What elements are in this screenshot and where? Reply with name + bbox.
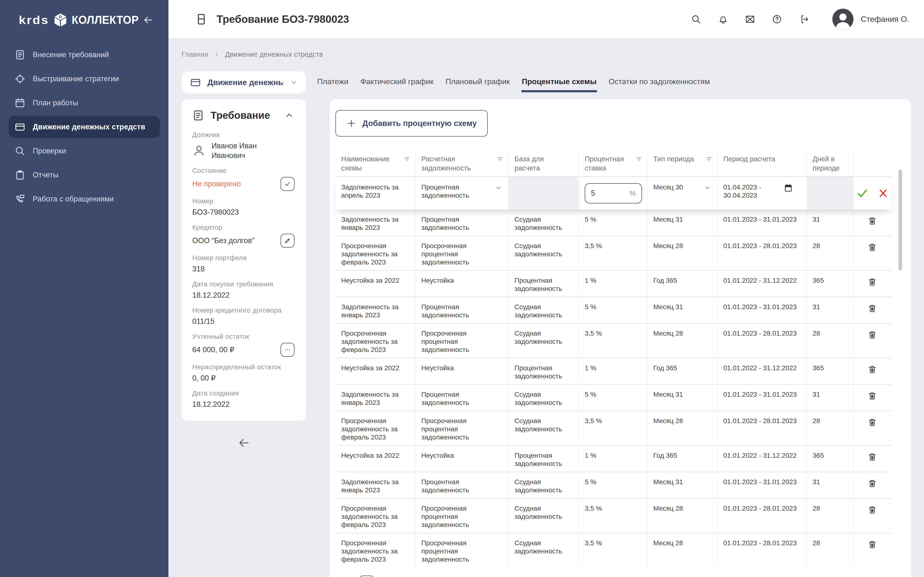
trash-icon [867,391,877,401]
notifications-button[interactable] [717,13,729,25]
field-value: 18.12.2022 [192,290,229,300]
table-row: Задолженность за январь 2023Процентная з… [336,297,892,324]
breadcrumb-home[interactable]: Главная [182,50,208,58]
cell-calc-debt: Неустойка [415,358,509,384]
hide-panel-button[interactable] [237,436,251,450]
column-header-label: Расчетная задолженность [421,154,485,172]
page-title: Требование БОЗ-7980023 [216,13,349,25]
table-row: Неустойка за 2022НеустойкаПроцентная зад… [336,358,892,385]
cell-period: 01.01.2023 - 28.01.2023 [717,499,807,533]
tab-3[interactable]: Процентные схемы [522,73,597,92]
delete-row-button[interactable] [867,451,877,463]
table-row: Задолженность за январь 2023Процентная з… [336,210,892,236]
field-2: НомерБОЗ-7980023 [192,197,294,217]
panel-collapse-toggle[interactable] [284,110,294,121]
cell-name: Задолженность за январь 2023 [336,472,415,498]
column-header-3: Процентная ставка [579,149,648,176]
filter-icon[interactable] [496,156,504,163]
sidebar-item-plan-raboty[interactable]: План работы [9,92,160,114]
logo-name-text: КОЛЛЕКТОР [72,13,139,27]
cell-actions [853,499,892,533]
logout-button[interactable] [798,13,810,25]
field-5: Дата покупки требования18.12.2022 [192,280,294,300]
delete-row-button[interactable] [867,242,877,253]
ellipsis-icon [284,346,291,353]
period-range-picker[interactable]: 01.04.2023 - 30.04.2023 [723,183,800,200]
table-header-row: Наименование схемыРасчетная задолженност… [336,149,892,177]
field-label: Кредитор [192,224,294,231]
delete-row-button[interactable] [867,390,877,401]
cell-rate: 3,5 % [579,236,648,270]
rate-input[interactable] [591,189,615,198]
cell-period: 01.01.2023 - 28.01.2023 [717,324,807,358]
sidebar-item-dvizhenie-denezhnyh-sredstv[interactable]: Движение денежных стредств [9,116,160,138]
column-header-label: База для расчета [514,154,560,172]
cell-period: 01.01.2022 - 31.12.2022 [717,446,807,472]
check-button[interactable] [281,177,294,191]
pagination-page-1[interactable]: 1 [359,575,375,577]
delete-row-button[interactable] [867,504,877,516]
user-menu[interactable]: Стефания О. [832,9,909,30]
help-button[interactable] [771,13,783,25]
cell-period: 01.01.2023 - 28.01.2023 [717,533,807,567]
delete-row-button[interactable] [867,276,877,287]
sidebar-item-label: Выстраивание стратегии [33,74,119,83]
sidebar-item-vnesenie-trebovanij[interactable]: Внесение требований [9,44,160,66]
filter-icon[interactable] [403,156,411,163]
mail-button[interactable] [744,13,756,25]
cell-base: Процентная задолженность [509,446,579,472]
field-value: Не проверено [192,179,241,189]
period-type-select[interactable]: Месяц 30 [653,183,711,191]
delete-row-button[interactable] [867,539,877,550]
field-value: 318 [192,264,205,274]
tab-4[interactable]: Остатки по задолженностям [608,73,710,92]
tab-1[interactable]: Фактический график [360,73,434,92]
ellipsis-button[interactable] [281,343,294,357]
sidebar-item-proverki[interactable]: Проверки [9,140,160,162]
cell-days: 31 [807,385,853,411]
sidebar-item-vystraivanie-strategii[interactable]: Выстраивание стратегии [9,68,160,90]
field-value: Иванов Иван Иванович [212,141,284,160]
filter-icon[interactable] [705,156,713,163]
pencil-button[interactable] [281,234,294,248]
confirm-row-button[interactable] [856,187,869,200]
sidebar-item-rabota-s-obrashcheniyami[interactable]: Работа с обращениями [9,188,160,210]
delete-row-button[interactable] [867,417,877,428]
trash-icon [867,504,877,515]
cell-base: Ссудная задолженность [509,385,579,411]
cell-days: 28 [807,324,853,358]
column-header-7 [853,149,892,176]
cell-calc-debt: Просроченная процентная задолженность [415,236,509,270]
add-scheme-button[interactable]: Добавить процентную схему [336,110,488,137]
edit-name-cell: Задолженность за апрель 2023 [336,177,415,210]
cell-base: Ссудная задолженность [509,236,579,270]
cell-base: Процентная задолженность [509,358,579,384]
table-row: Просроченная задолженность за февраль 20… [336,499,892,533]
field-7: Учтенный остаток64 000, 00 ₽ [192,333,294,357]
tab-0[interactable]: Платежи [317,73,349,92]
cell-base: Ссудная задолженность [509,297,579,323]
cell-name: Просроченная задолженность за февраль 20… [336,236,415,270]
cell-days: 365 [807,271,853,297]
table-scrollbar-thumb[interactable] [898,169,902,271]
cell-period-type: Месяц 28 [648,236,717,270]
delete-row-button[interactable] [867,329,877,340]
cell-actions [853,210,892,235]
delete-row-button[interactable] [867,364,877,375]
sidebar-collapse-button[interactable] [142,13,155,27]
cell-base: Ссудная задолженность [509,411,579,445]
search-button[interactable] [690,13,702,25]
logo-krds-text: krds [19,13,49,26]
filter-icon[interactable] [635,156,643,163]
trash-icon [867,452,877,462]
calc-debt-select[interactable]: Процентная задолженность [421,183,502,200]
delete-row-button[interactable] [867,303,877,314]
delete-row-button[interactable] [867,478,877,489]
delete-row-button[interactable] [867,215,877,226]
cancel-row-button[interactable] [878,187,888,200]
view-switcher[interactable]: Движение денежны... [182,71,306,93]
sidebar-item-otchety[interactable]: Отчеты [9,164,160,186]
tab-2[interactable]: Плановый график [445,73,510,92]
cell-period-type: Месяц 28 [648,499,717,533]
cell-actions [853,271,892,297]
